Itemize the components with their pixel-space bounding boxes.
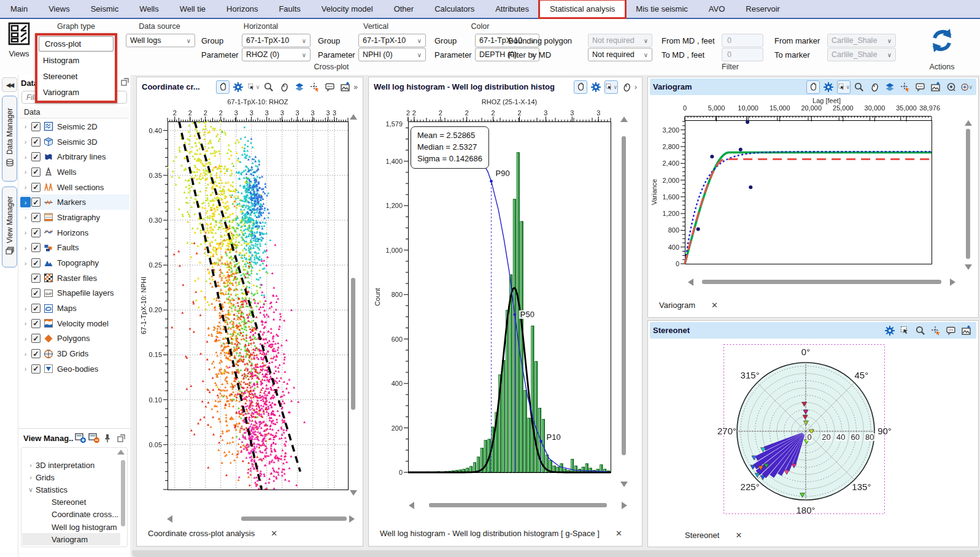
checkbox[interactable]: ✓ [31,334,41,343]
settings-icon[interactable] [822,80,835,94]
expand-chevron-icon[interactable]: › [20,197,31,207]
horizontal-param-select[interactable]: RHOZ (0)∨ [242,48,311,61]
expand-chevron-icon[interactable]: ∨ [26,486,36,494]
export-image-icon[interactable] [339,80,352,94]
horizontal-group-select[interactable]: 67-1-TpX-10∨ [242,34,311,47]
select-region-icon[interactable]: ∨ [604,80,618,94]
tree-item-faults[interactable]: ›✓Faults [20,240,129,256]
overflow-chevron-icon[interactable]: » [353,83,358,91]
expand-chevron-icon[interactable]: › [26,461,36,469]
view-item-well-log-histogram[interactable]: Well log histogram [22,521,120,533]
settings-icon[interactable] [883,324,897,337]
data-source-select[interactable]: Well logs∨ [126,34,195,47]
variogram-bottom-tab[interactable]: Variogram ✕ [659,301,718,310]
expand-chevron-icon[interactable]: › [20,258,31,268]
zoom-icon[interactable] [262,80,276,94]
record-icon[interactable] [944,80,958,94]
checkbox[interactable]: ✓ [31,152,41,161]
stereonet-chart[interactable] [651,340,976,526]
view-item-statistics[interactable]: ∨Statistics [22,483,120,496]
select-region-icon[interactable]: ∨ [247,80,260,94]
tree-item-topography[interactable]: ›✓Topography [20,255,129,271]
settings-icon[interactable] [589,80,603,94]
histogram-bottom-tab[interactable]: Well log histogram - Well log distributi… [380,529,622,538]
scroll-up-arrow[interactable] [117,450,125,455]
overflow-chevron-icon[interactable]: › [635,83,637,91]
checkbox[interactable]: ✓ [31,122,41,131]
expand-chevron-icon[interactable]: › [20,348,31,359]
view-item-3d-interpretation[interactable]: ›3D interpretation [22,459,120,471]
expand-chevron-icon[interactable]: › [20,152,31,162]
ribbon-tab-reservoir[interactable]: Reservoir [735,0,790,18]
ribbon-tab-attributes[interactable]: Attributes [485,0,539,18]
pin-icon[interactable] [101,431,114,445]
close-icon[interactable]: ✕ [711,301,718,310]
checkbox[interactable]: ✓ [31,183,41,192]
tree-item-geo-bodies[interactable]: ›✓Geo-bodies [20,361,129,377]
compass-icon[interactable]: ∨ [960,80,973,94]
ribbon-tab-seismic[interactable]: Seismic [80,0,129,18]
ribbon-tab-calculators[interactable]: Calculators [424,0,485,18]
select-region-icon[interactable] [898,324,912,337]
checkbox[interactable]: ✓ [31,364,41,374]
view-item-coordinate-cross-[interactable]: Coordinate cross... [22,509,120,521]
expand-chevron-icon[interactable]: › [20,318,31,329]
histogram-hscrollbar[interactable] [417,502,619,509]
tree-item-shapefile-layers[interactable]: ✓SHPShapefile layers [20,286,129,301]
checkbox[interactable]: ✓ [31,319,41,328]
graph-type-option-stereonet[interactable]: Stereonet [37,68,115,84]
expand-chevron-icon[interactable]: › [20,333,31,344]
graph-type-option-histogram[interactable]: Histogram [37,52,115,68]
comment-icon[interactable] [323,80,337,94]
view-item-variogram[interactable]: Variogram [22,533,120,545]
checkbox[interactable]: ✓ [31,288,41,298]
export-image-icon[interactable] [929,80,943,94]
checkbox[interactable]: ✓ [31,213,41,222]
tree-item-well-sections[interactable]: ›✓Well sections [20,180,129,195]
tree-item-velocity-model[interactable]: ›✓Velocity model [20,316,129,331]
checkbox[interactable]: ✓ [31,198,41,207]
from-md-input[interactable]: 0 [722,34,763,47]
stereonet-bottom-tab[interactable]: Stereonet ✕ [685,531,742,540]
ribbon-tab-wells[interactable]: Wells [129,0,169,18]
graph-type-option-variogram[interactable]: Variogram [37,84,115,100]
close-icon[interactable]: ✕ [271,529,277,538]
checkbox[interactable]: ✓ [31,258,41,267]
comment-icon[interactable] [944,324,958,337]
ribbon-tab-velocity-model[interactable]: Velocity model [311,0,384,18]
checkbox[interactable]: ✓ [31,304,41,313]
close-icon[interactable]: ✕ [615,529,622,538]
view-item-stereonet[interactable]: Stereonet [22,496,120,509]
tree-item-stratigraphy[interactable]: ›✓Stratigraphy [20,210,129,225]
variogram-hscrollbar[interactable] [696,278,947,285]
export-image-icon[interactable] [960,324,973,337]
zoom-icon[interactable] [914,324,927,337]
expand-chevron-icon[interactable]: › [20,212,31,223]
expand-chevron-icon[interactable]: › [20,137,31,147]
settings-icon[interactable] [231,80,245,94]
from-marker-select[interactable]: Carlile_Shale∨ [827,34,896,47]
views-button[interactable]: Views [5,22,33,63]
ribbon-tab-well-tie[interactable]: Well tie [169,0,216,18]
refresh-button[interactable] [928,26,956,57]
pan-hand-icon[interactable] [216,80,230,94]
crossplot-bottom-tab[interactable]: Coordinate cross-plot analysis ✕ [148,529,277,538]
expand-chevron-icon[interactable]: › [20,182,31,193]
tree-item-seismic-2d[interactable]: ›✓Seismic 2D [20,119,129,134]
ribbon-tab-faults[interactable]: Faults [268,0,311,18]
graph-type-option-cross-plot[interactable]: Cross-plot [39,36,114,52]
layers-icon[interactable] [883,80,897,94]
select-region-icon[interactable]: ∨ [837,80,851,94]
close-icon[interactable]: ✕ [735,531,742,540]
expand-chevron-icon[interactable]: › [20,303,31,313]
ribbon-tab-mis-tie-seismic[interactable]: Mis tie seismic [625,0,698,18]
vertical-group-select[interactable]: 67-1-TpX-10∨ [358,34,426,47]
filter-by-md-select[interactable]: Not required∨ [588,48,652,61]
popout-icon[interactable] [114,431,128,445]
checkbox[interactable]: ✓ [31,274,41,283]
mouse-icon[interactable] [868,80,881,94]
ribbon-tab-avo[interactable]: AVO [698,0,736,18]
tree-item-polygons[interactable]: ›✓Polygons [20,331,129,347]
expand-chevron-icon[interactable]: › [20,167,31,177]
checkbox[interactable]: ✓ [31,167,41,177]
